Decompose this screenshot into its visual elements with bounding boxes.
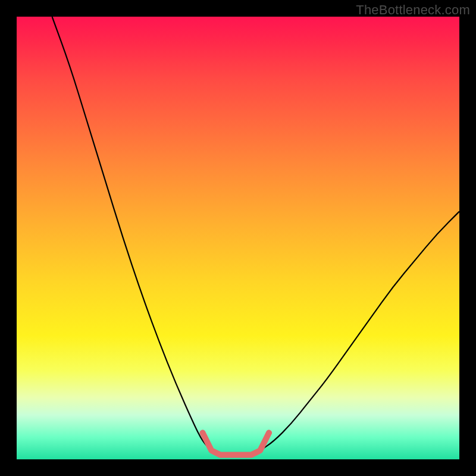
watermark-text: TheBottleneck.com [356,2,470,18]
right-curve [260,211,459,450]
trough-highlight [202,433,269,455]
left-curve [52,17,212,450]
curves-svg [17,17,459,459]
plot-area [17,17,459,459]
chart-frame: TheBottleneck.com [0,0,476,476]
